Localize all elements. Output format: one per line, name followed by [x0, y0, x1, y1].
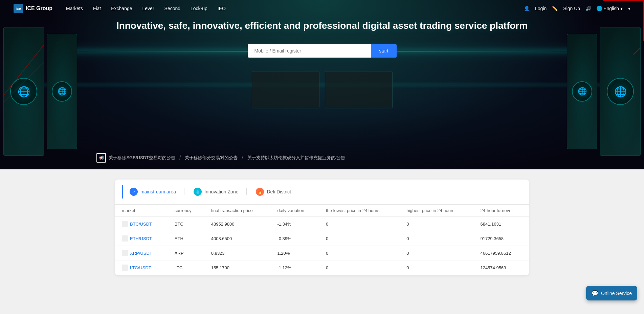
announcement-3[interactable]: 关于支持以太坊伦敦硬分叉并暂停充提业务的/公告 [247, 155, 346, 161]
nav-ieo[interactable]: IEO [218, 6, 226, 11]
cell-pair-3[interactable]: LTC/USDT [115, 260, 168, 275]
tab-innovation[interactable]: 💧 Innovation Zone [186, 185, 245, 198]
tab-divider-1 [184, 188, 184, 195]
col-currency: currency [168, 205, 204, 217]
separator-1: / [179, 155, 181, 161]
table-row[interactable]: XRP/USDT XRP 0.8323 1.20% 0 0 46617959.8… [115, 246, 529, 260]
col-price: final transaction price [204, 205, 271, 217]
tab-innovation-label: Innovation Zone [204, 189, 238, 194]
cell-currency-1: ETH [168, 231, 204, 246]
nav-lockup[interactable]: Lock-up [191, 6, 207, 11]
logo-icon: ice [14, 4, 23, 13]
user-icon: 👤 [524, 6, 530, 11]
login-link[interactable]: Login [535, 6, 547, 11]
pair-icon-0 [122, 221, 128, 227]
market-table: market currency final transaction price … [115, 205, 529, 275]
language-label: English [603, 6, 619, 11]
right-panel-1: 🌐 [567, 34, 597, 149]
cell-turnover-2: 46617959.8612 [473, 246, 529, 260]
market-section: ↗ mainstream area 💧 Innovation Zone 🔥 De… [0, 169, 644, 285]
table-row[interactable]: ETH/USDT ETH 4008.6500 -0.39% 0 0 91729.… [115, 231, 529, 246]
pair-label-3: LTC/USDT [130, 265, 151, 270]
left-panel-1: 🌐 [3, 27, 44, 156]
signup-link[interactable]: Sign Up [563, 6, 580, 11]
hero-banner-1[interactable] [252, 71, 319, 108]
cell-currency-3: LTC [168, 260, 204, 275]
tab-mainstream-label: mainstream area [140, 189, 176, 194]
dropdown-icon[interactable]: ▾ [628, 6, 630, 11]
right-panel-2: 🌐 [600, 27, 641, 156]
cell-turnover-3: 124574.9563 [473, 260, 529, 275]
volume-icon[interactable]: 🔊 [585, 6, 591, 11]
cell-currency-0: BTC [168, 217, 204, 231]
col-turnover: 24-hour turnover [473, 205, 529, 217]
pair-label-2: XRP/USDT [130, 251, 152, 256]
table-row[interactable]: BTC/USDT BTC 48952.9800 -1.34% 0 0 6841.… [115, 217, 529, 231]
pair-label-0: BTC/USDT [130, 222, 152, 227]
cell-change-3: -1.12% [270, 260, 319, 275]
start-button[interactable]: start [371, 44, 396, 58]
hero-left-panels: 🌐 🌐 [0, 14, 102, 169]
svg-line-1 [4, 61, 44, 102]
cell-price-3: 155.1700 [204, 260, 271, 275]
navbar-logo[interactable]: ice ICE Group [14, 4, 52, 13]
globe-icon-left2: 🌐 [52, 81, 72, 102]
cell-high-2: 0 [400, 246, 473, 260]
cell-pair-0[interactable]: BTC/USDT [115, 217, 168, 231]
language-selector[interactable]: 🌐 English ▾ [597, 6, 623, 11]
cell-high-0: 0 [400, 217, 473, 231]
hero-announcements: 📢 关于移除SGB/USDT交易对的公告 / 关于移除部分交易对的公告 / 关于… [96, 153, 547, 163]
cell-price-2: 0.8323 [204, 246, 271, 260]
announcement-icon: 📢 [96, 153, 106, 163]
red-corner-decoration [613, 27, 640, 55]
globe-icon-right2: 🌐 [607, 78, 634, 105]
defi-tab-icon: 🔥 [256, 188, 264, 196]
cell-high-3: 0 [400, 260, 473, 275]
language-globe-icon: 🌐 [597, 6, 602, 11]
announcement-2[interactable]: 关于移除部分交易对的公告 [185, 155, 238, 161]
tab-mainstream[interactable]: ↗ mainstream area [122, 185, 183, 198]
cell-low-0: 0 [319, 217, 400, 231]
cell-change-1: -0.39% [270, 231, 319, 246]
cell-price-1: 4008.6500 [204, 231, 271, 246]
pair-label-1: ETH/USDT [130, 236, 152, 241]
cell-low-3: 0 [319, 260, 400, 275]
nav-markets[interactable]: Markets [66, 6, 83, 11]
tab-defi-label: Defi District [267, 189, 291, 194]
table-row[interactable]: LTC/USDT LTC 155.1700 -1.12% 0 0 124574.… [115, 260, 529, 275]
cell-high-1: 0 [400, 231, 473, 246]
announcement-1[interactable]: 关于移除SGB/USDT交易对的公告 [109, 155, 175, 161]
nav-lever[interactable]: Lever [142, 6, 154, 11]
edit-icon: ✏️ [552, 6, 558, 11]
cell-pair-2[interactable]: XRP/USDT [115, 246, 168, 260]
nav-exchange[interactable]: Exchange [111, 6, 132, 11]
market-tabs: ↗ mainstream area 💧 Innovation Zone 🔥 De… [115, 180, 529, 205]
cell-low-2: 0 [319, 246, 400, 260]
tab-defi[interactable]: 🔥 Defi District [248, 185, 298, 198]
col-change: daily variation [270, 205, 319, 217]
hero-search-bar: start [248, 44, 397, 58]
hero-banners [252, 71, 393, 108]
logo-text: ICE Group [26, 5, 52, 12]
cell-price-0: 48952.9800 [204, 217, 271, 231]
innovation-tab-icon: 💧 [194, 188, 202, 196]
hero-banner-2[interactable] [325, 71, 393, 108]
cell-change-0: -1.34% [270, 217, 319, 231]
cell-pair-1[interactable]: ETH/USDT [115, 231, 168, 246]
chevron-down-icon: ▾ [620, 6, 623, 11]
col-market: market [115, 205, 168, 217]
nav-fiat[interactable]: Fiat [93, 6, 101, 11]
mainstream-tab-icon: ↗ [130, 188, 138, 196]
pair-icon-1 [122, 235, 128, 242]
hero-section: ice ICE Group Markets Fiat Exchange Leve… [0, 0, 644, 169]
nav-second[interactable]: Second [164, 6, 180, 11]
register-input[interactable] [248, 44, 371, 58]
cell-turnover-0: 6841.1631 [473, 217, 529, 231]
col-high: highest price in 24 hours [400, 205, 473, 217]
left-panel-2: 🌐 [47, 34, 77, 149]
cell-low-1: 0 [319, 231, 400, 246]
svg-line-0 [4, 44, 44, 95]
pair-icon-2 [122, 250, 128, 256]
hero-right-panels: 🌐 🌐 [542, 14, 644, 169]
cell-currency-2: XRP [168, 246, 204, 260]
